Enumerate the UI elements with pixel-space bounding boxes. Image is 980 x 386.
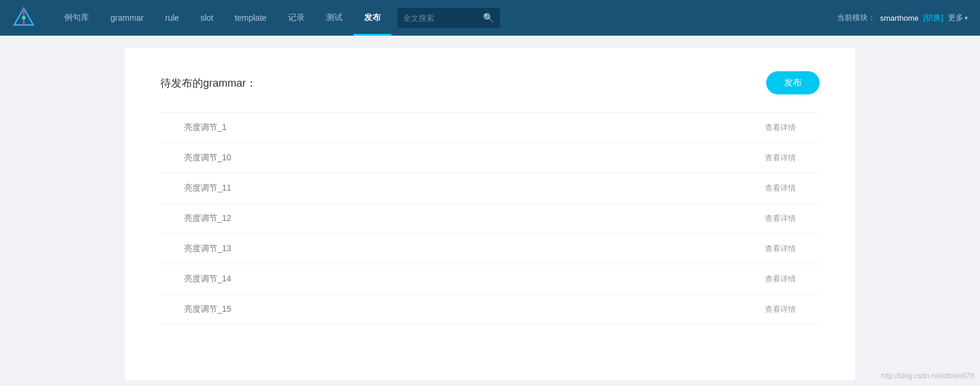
grammar-name: 亮度调节_13 bbox=[184, 243, 231, 254]
grammar-list-item: 亮度调节_12 查看详情 bbox=[160, 204, 820, 234]
grammar-list-item: 亮度调节_14 查看详情 bbox=[160, 264, 820, 295]
detail-link[interactable]: 查看详情 bbox=[765, 153, 796, 163]
nav-item-template[interactable]: template bbox=[224, 0, 277, 36]
nav-item-test[interactable]: 测试 bbox=[315, 0, 353, 36]
nav-item-grammar[interactable]: grammar bbox=[100, 0, 154, 36]
grammar-list-item: 亮度调节_13 查看详情 bbox=[160, 234, 820, 264]
grammar-name: 亮度调节_1 bbox=[184, 122, 227, 133]
grammar-name: 亮度调节_14 bbox=[184, 274, 231, 284]
svg-point-2 bbox=[22, 16, 26, 20]
card-header: 待发布的grammar： 发布 bbox=[160, 71, 820, 94]
publish-button[interactable]: 发布 bbox=[766, 71, 820, 94]
content-card: 待发布的grammar： 发布 亮度调节_1 查看详情 亮度调节_10 查看详情… bbox=[125, 48, 855, 380]
detail-link[interactable]: 查看详情 bbox=[765, 274, 796, 284]
card-title: 待发布的grammar： bbox=[160, 76, 257, 90]
logo-icon bbox=[12, 6, 36, 30]
detail-link[interactable]: 查看详情 bbox=[765, 183, 796, 194]
nav-menu: 例句库 grammar rule slot template 记录 测试 发布 … bbox=[53, 0, 825, 36]
main-content: 待发布的grammar： 发布 亮度调节_1 查看详情 亮度调节_10 查看详情… bbox=[0, 36, 980, 386]
nav-item-examples[interactable]: 例句库 bbox=[53, 0, 100, 36]
detail-link[interactable]: 查看详情 bbox=[765, 243, 796, 254]
nav-item-rule[interactable]: rule bbox=[154, 0, 189, 36]
grammar-name: 亮度调节_15 bbox=[184, 304, 231, 315]
grammar-list-item: 亮度调节_15 查看详情 bbox=[160, 295, 820, 325]
search-icon[interactable]: 🔍 bbox=[483, 12, 494, 23]
grammar-list-item: 亮度调节_11 查看详情 bbox=[160, 173, 820, 204]
grammar-list: 亮度调节_1 查看详情 亮度调节_10 查看详情 亮度调节_11 查看详情 亮度… bbox=[160, 112, 820, 325]
grammar-name: 亮度调节_10 bbox=[184, 153, 231, 163]
module-prefix-label: 当前模块： bbox=[837, 12, 875, 23]
nav-item-records[interactable]: 记录 bbox=[277, 0, 315, 36]
more-button[interactable]: 更多 bbox=[948, 12, 968, 23]
detail-link[interactable]: 查看详情 bbox=[765, 213, 796, 224]
search-input[interactable] bbox=[403, 14, 480, 23]
module-name-label: smarthome bbox=[880, 14, 919, 23]
detail-link[interactable]: 查看详情 bbox=[765, 304, 796, 315]
detail-link[interactable]: 查看详情 bbox=[765, 122, 796, 133]
grammar-list-item: 亮度调节_10 查看详情 bbox=[160, 143, 820, 173]
app-header: 例句库 grammar rule slot template 记录 测试 发布 … bbox=[0, 0, 980, 36]
grammar-name: 亮度调节_11 bbox=[184, 183, 231, 194]
logo[interactable] bbox=[12, 6, 36, 30]
right-area: 当前模块： smarthome [切换] 更多 bbox=[837, 12, 968, 23]
search-box: 🔍 bbox=[397, 8, 500, 28]
switch-link[interactable]: [切换] bbox=[924, 12, 943, 23]
nav-item-publish[interactable]: 发布 bbox=[353, 0, 391, 36]
grammar-name: 亮度调节_12 bbox=[184, 213, 231, 224]
grammar-list-item: 亮度调节_1 查看详情 bbox=[160, 112, 820, 143]
nav-item-slot[interactable]: slot bbox=[189, 0, 224, 36]
